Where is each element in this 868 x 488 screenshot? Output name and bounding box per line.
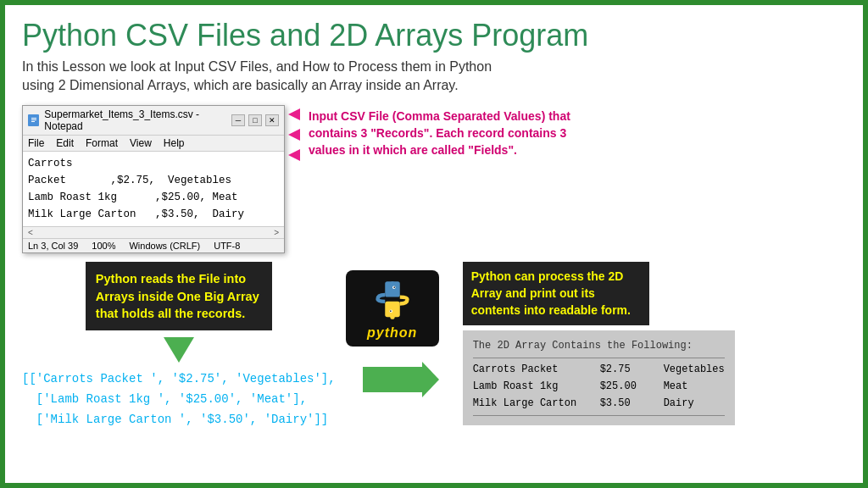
- csv-line-2: Lamb Roast 1kg ,$25.00, Meat: [28, 189, 279, 206]
- array-row-3-category: Dairy: [664, 395, 694, 412]
- main-container: Python CSV Files and 2D Arrays Program I…: [5, 5, 863, 483]
- arrow-line-3: [288, 149, 300, 161]
- array-row-2-name: Lamb Roast 1kg: [473, 378, 583, 395]
- array-row-2-price: $25.00: [600, 378, 647, 395]
- close-button[interactable]: ✕: [265, 114, 279, 126]
- arrow-right-green-head: [422, 362, 439, 397]
- svg-rect-2: [31, 119, 36, 120]
- arrow-line-2: [288, 129, 300, 141]
- arrow-down: [164, 337, 194, 363]
- svg-rect-3: [31, 121, 35, 122]
- notepad-window-controls: ─ □ ✕: [231, 114, 279, 126]
- status-line-endings: Windows (CRLF): [129, 241, 200, 251]
- notepad-scrollbar[interactable]: < >: [23, 226, 284, 238]
- notepad-titlebar-left: Supermarket_Items_3_Items.csv - Notepad: [28, 108, 231, 132]
- minimize-button[interactable]: ─: [231, 114, 245, 126]
- csv-line-3-text: Milk Large Carton ,$3.50, Dairy: [28, 206, 244, 223]
- middle-section: Supermarket_Items_3_Items.csv - Notepad …: [22, 105, 846, 253]
- notepad-title: Supermarket_Items_3_Items.csv - Notepad: [44, 108, 231, 132]
- csv-line-2-text: Lamb Roast 1kg ,$25.00, Meat: [28, 189, 238, 206]
- csv-line-1-text: Carrots Packet ,$2.75, Vegetables: [28, 155, 279, 189]
- python-logo-text: python: [367, 325, 417, 341]
- notepad-icon: [28, 114, 39, 126]
- notepad-window: Supermarket_Items_3_Items.csv - Notepad …: [22, 105, 285, 253]
- array-row-2-category: Meat: [664, 378, 688, 395]
- array-output-header: The 2D Array Contains the Following:: [473, 337, 725, 354]
- menu-file[interactable]: File: [28, 137, 44, 149]
- array-row-1-price: $2.75: [600, 361, 647, 378]
- python-snake-svg: [363, 277, 422, 324]
- bottom-section: Python reads the File into Arrays inside…: [22, 262, 846, 430]
- arrow-line-1: [288, 108, 300, 120]
- svg-point-7: [390, 314, 394, 319]
- array-row-1-category: Vegetables: [664, 361, 725, 378]
- array-output-divider-top: [473, 358, 725, 358]
- maximize-button[interactable]: □: [248, 114, 262, 126]
- notepad-statusbar: Ln 3, Col 39 100% Windows (CRLF) UTF-8: [23, 238, 284, 252]
- array-output-box: The 2D Array Contains the Following: Car…: [463, 330, 735, 425]
- status-zoom: 100%: [92, 241, 115, 251]
- svg-point-6: [393, 286, 395, 288]
- python-logo-box: python: [346, 270, 439, 347]
- svg-point-4: [390, 281, 394, 286]
- menu-format[interactable]: Format: [86, 137, 118, 149]
- page-subtitle: In this Lesson we look at Input CSV File…: [22, 58, 846, 96]
- menu-help[interactable]: Help: [164, 137, 185, 149]
- middle-col: python: [346, 262, 439, 392]
- arrow-right-green-container: [363, 367, 422, 392]
- csv-line-1: Carrots Packet ,$2.75, Vegetables: [28, 155, 279, 189]
- svg-rect-1: [31, 118, 36, 119]
- left-bottom-col: Python reads the File into Arrays inside…: [22, 262, 336, 430]
- notepad-content: Carrots Packet ,$2.75, Vegetables Lamb R…: [23, 152, 284, 226]
- right-bottom-col: Python can process the 2D Array and prin…: [463, 262, 735, 424]
- status-encoding: UTF-8: [214, 241, 240, 251]
- csv-label: Input CSV File (Comma Separated Values) …: [309, 105, 580, 158]
- array-row-3-name: Milk Large Carton: [473, 395, 583, 412]
- code-output: [['Carrots Packet ', '$2.75', 'Vegetable…: [22, 369, 336, 430]
- arrow-right-green: [363, 367, 422, 392]
- array-row-2: Lamb Roast 1kg $25.00 Meat: [473, 378, 725, 395]
- array-row-3-price: $3.50: [600, 395, 647, 412]
- black-box-right: Python can process the 2D Array and prin…: [463, 262, 649, 325]
- array-output-divider-bottom: [473, 415, 725, 416]
- black-box-left: Python reads the File into Arrays inside…: [86, 262, 272, 330]
- page-title: Python CSV Files and 2D Arrays Program: [22, 19, 846, 53]
- notepad-menubar: File Edit Format View Help: [23, 136, 284, 152]
- arrows-container: [288, 108, 300, 161]
- menu-view[interactable]: View: [130, 137, 152, 149]
- svg-point-9: [390, 310, 392, 312]
- array-row-3: Milk Large Carton $3.50 Dairy: [473, 395, 725, 412]
- csv-line-3: Milk Large Carton ,$3.50, Dairy: [28, 206, 279, 223]
- status-position: Ln 3, Col 39: [28, 241, 78, 251]
- menu-edit[interactable]: Edit: [56, 137, 74, 149]
- array-row-1: Carrots Packet $2.75 Vegetables: [473, 361, 725, 378]
- array-row-1-name: Carrots Packet: [473, 361, 583, 378]
- notepad-titlebar: Supermarket_Items_3_Items.csv - Notepad …: [23, 106, 284, 136]
